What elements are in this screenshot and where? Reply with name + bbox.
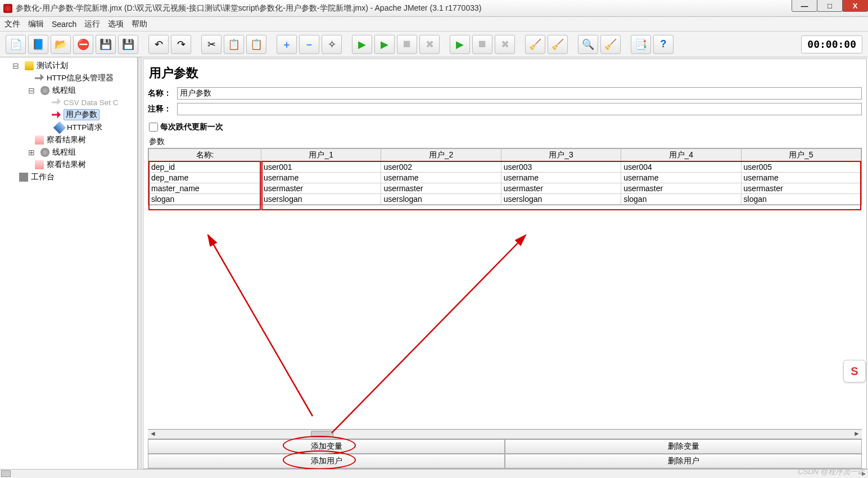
table-cell[interactable]: userslogan bbox=[261, 194, 381, 205]
update-once-per-iter-checkbox[interactable] bbox=[149, 123, 158, 132]
menu-help[interactable]: 帮助 bbox=[132, 19, 147, 29]
table-cell[interactable]: username bbox=[741, 173, 861, 183]
workbench-icon bbox=[19, 173, 28, 182]
tool-remote-stop[interactable]: ⏹ bbox=[472, 35, 492, 54]
col-header[interactable]: 用户_3 bbox=[501, 149, 621, 162]
parameters-label: 参数 bbox=[149, 137, 862, 147]
comment-field[interactable] bbox=[177, 103, 862, 115]
table-cell[interactable]: userslogan bbox=[501, 194, 621, 205]
test-plan-tree[interactable]: ⊟测试计划 HTTP信息头管理器 ⊟线程组 CSV Data Set C 用户参… bbox=[0, 57, 138, 469]
tree-user-parameters[interactable]: 用户参数 bbox=[64, 109, 100, 120]
menu-edit[interactable]: 编辑 bbox=[28, 19, 44, 29]
ime-indicator[interactable]: S bbox=[843, 360, 866, 382]
tool-templates[interactable]: 📘 bbox=[28, 35, 48, 54]
table-cell[interactable]: usermaster bbox=[621, 183, 741, 194]
tool-saveas[interactable]: 💾 bbox=[118, 35, 138, 54]
tool-remote-shutdown[interactable]: ✖ bbox=[495, 35, 515, 54]
tool-search[interactable]: 🔍 bbox=[578, 35, 598, 54]
table-cell[interactable]: user003 bbox=[501, 162, 621, 173]
table-cell[interactable]: user004 bbox=[621, 162, 741, 173]
tool-collapse[interactable]: － bbox=[299, 35, 319, 54]
tool-copy[interactable]: 📋 bbox=[224, 35, 244, 54]
tool-cut[interactable]: ✂ bbox=[201, 35, 221, 54]
menu-file[interactable]: 文件 bbox=[4, 19, 20, 29]
table-row[interactable]: sloganusersloganusersloganusersloganslog… bbox=[149, 194, 861, 205]
menu-options[interactable]: 选项 bbox=[108, 19, 124, 29]
tree-workbench[interactable]: 工作台 bbox=[31, 172, 55, 182]
table-cell[interactable]: userslogan bbox=[381, 194, 501, 205]
table-cell[interactable]: slogan bbox=[149, 194, 261, 205]
table-row[interactable]: master_nameusermasterusermasterusermaste… bbox=[149, 183, 861, 194]
col-header[interactable]: 用户_2 bbox=[381, 149, 501, 162]
menu-run[interactable]: 运行 bbox=[84, 19, 100, 29]
window-close[interactable]: X bbox=[842, 0, 868, 12]
add-user-button[interactable]: 添加用户 bbox=[148, 454, 505, 468]
table-cell[interactable]: usermaster bbox=[741, 183, 861, 194]
window-minimize[interactable]: — bbox=[792, 0, 817, 12]
window-maximize[interactable]: □ bbox=[817, 0, 843, 12]
tool-help[interactable]: ? bbox=[653, 35, 673, 54]
name-field[interactable] bbox=[177, 87, 862, 100]
tool-paste[interactable]: 📋 bbox=[246, 35, 266, 54]
tool-remote-start[interactable]: ▶ bbox=[450, 35, 470, 54]
tool-shutdown[interactable]: ✖ bbox=[419, 35, 440, 54]
table-cell[interactable]: username bbox=[381, 173, 501, 183]
table-row[interactable]: dep_iduser001user002user003user004user00… bbox=[149, 162, 861, 173]
parameters-table[interactable]: 名称:用户_1用户_2用户_3用户_4用户_5 dep_iduser001use… bbox=[148, 148, 861, 205]
table-cell[interactable]: username bbox=[261, 173, 381, 183]
tool-clear[interactable]: 🧹 bbox=[525, 35, 545, 54]
tool-stop[interactable]: ⏹ bbox=[397, 35, 417, 54]
table-cell[interactable]: user001 bbox=[261, 162, 381, 173]
tool-redo[interactable]: ↷ bbox=[171, 35, 191, 54]
tool-reset-search[interactable]: 🧹 bbox=[600, 35, 621, 54]
tool-toggle[interactable]: ✧ bbox=[322, 35, 342, 54]
tool-new[interactable]: 📄 bbox=[6, 35, 26, 54]
table-cell[interactable]: slogan bbox=[621, 194, 741, 205]
table-cell[interactable]: usermaster bbox=[381, 183, 501, 194]
tree-header-manager[interactable]: HTTP信息头管理器 bbox=[47, 73, 114, 83]
tree-thread-group-2[interactable]: 线程组 bbox=[52, 147, 76, 157]
table-cell[interactable]: user005 bbox=[741, 162, 861, 173]
table-h-scrollbar[interactable]: ◄► bbox=[148, 429, 862, 439]
gear-icon bbox=[40, 86, 49, 95]
wrench-icon bbox=[52, 98, 61, 107]
col-header[interactable]: 用户_4 bbox=[621, 149, 741, 162]
col-header[interactable]: 名称: bbox=[149, 149, 261, 162]
delete-variable-button[interactable]: 删除变量 bbox=[505, 439, 862, 454]
tree-results-1[interactable]: 察看结果树 bbox=[47, 135, 86, 145]
col-header[interactable]: 用户_1 bbox=[261, 149, 381, 162]
tree-results-2[interactable]: 察看结果树 bbox=[47, 160, 86, 170]
tool-close[interactable]: ⛔ bbox=[73, 35, 93, 54]
table-cell[interactable]: user002 bbox=[381, 162, 501, 173]
tool-open[interactable]: 📂 bbox=[51, 35, 71, 54]
tree-test-plan[interactable]: 测试计划 bbox=[37, 61, 68, 71]
wrench-icon bbox=[35, 74, 44, 83]
name-label: 名称： bbox=[148, 88, 177, 98]
table-cell[interactable]: slogan bbox=[741, 194, 861, 205]
table-cell[interactable]: usermaster bbox=[261, 183, 381, 194]
menu-search[interactable]: Search bbox=[52, 20, 76, 29]
tool-undo[interactable]: ↶ bbox=[148, 35, 169, 54]
tool-save[interactable]: 💾 bbox=[96, 35, 116, 54]
table-cell[interactable]: usermaster bbox=[501, 183, 621, 194]
table-cell[interactable]: master_name bbox=[149, 183, 261, 194]
comment-label: 注释： bbox=[148, 104, 177, 114]
tool-start[interactable]: ▶ bbox=[352, 35, 372, 54]
splitter[interactable] bbox=[138, 57, 142, 469]
tree-csv[interactable]: CSV Data Set C bbox=[64, 98, 119, 107]
tree-thread-group-1[interactable]: 线程组 bbox=[52, 85, 76, 96]
table-row[interactable]: dep_nameusernameusernameusernameusername… bbox=[149, 173, 861, 183]
gear-icon bbox=[40, 148, 49, 157]
table-cell[interactable]: username bbox=[621, 173, 741, 183]
tool-expand[interactable]: ＋ bbox=[277, 35, 297, 54]
tool-start-no-timers[interactable]: ▶ bbox=[374, 35, 395, 54]
table-cell[interactable]: dep_id bbox=[149, 162, 261, 173]
table-cell[interactable]: username bbox=[501, 173, 621, 183]
titlebar: 参数化-用户参数-学院新增.jmx (D:\双元\双元视频-接口测试\课堂scr… bbox=[0, 0, 868, 17]
table-cell[interactable]: dep_name bbox=[149, 173, 261, 183]
tree-http-request[interactable]: HTTP请求 bbox=[67, 123, 102, 133]
add-variable-button[interactable]: 添加变量 bbox=[148, 439, 505, 454]
tool-clear-all[interactable]: 🧹 bbox=[548, 35, 568, 54]
tool-function-helper[interactable]: 📑 bbox=[631, 35, 651, 54]
col-header[interactable]: 用户_5 bbox=[741, 149, 861, 162]
